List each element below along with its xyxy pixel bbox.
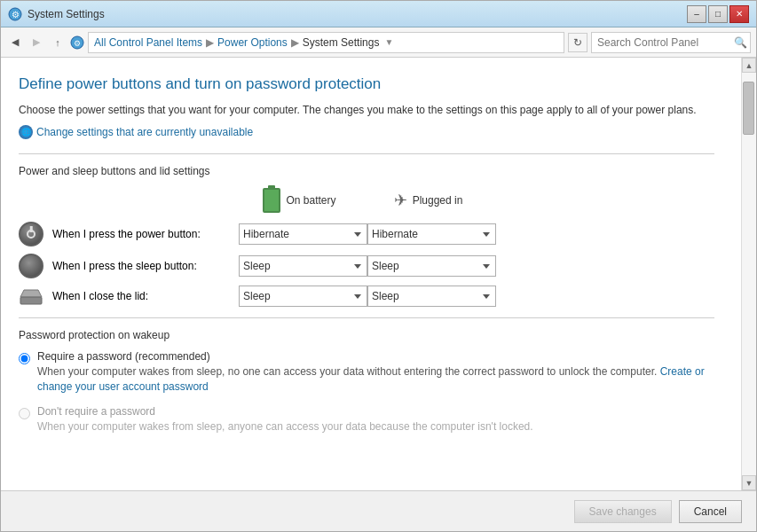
close-button[interactable]: ✕ bbox=[729, 5, 749, 23]
title-bar: ⚙ System Settings – □ ✕ bbox=[1, 1, 756, 27]
require-password-radio[interactable] bbox=[19, 353, 30, 364]
power-button-label: When I press the power button: bbox=[52, 228, 201, 240]
no-require-password-desc: When your computer wakes from sleep, any… bbox=[37, 419, 533, 434]
lid-plugged-select[interactable]: Do nothing Sleep Hibernate Shut down Tur… bbox=[367, 286, 496, 307]
scroll-thumb[interactable] bbox=[743, 82, 754, 135]
svg-text:⚙: ⚙ bbox=[74, 39, 81, 48]
lid-row: When I close the lid: Do nothing Sleep H… bbox=[19, 286, 714, 307]
sleep-button-row: When I press the sleep button: Do nothin… bbox=[19, 254, 714, 278]
breadcrumb: All Control Panel Items ▶ Power Options … bbox=[88, 32, 564, 53]
power-button-plugged-select[interactable]: Do nothing Sleep Hibernate Shut down Tur… bbox=[367, 223, 496, 245]
breadcrumb-dropdown-arrow[interactable]: ▼ bbox=[384, 37, 393, 47]
divider-2 bbox=[19, 317, 714, 318]
page-description: Choose the power settings that you want … bbox=[19, 102, 714, 118]
address-bar: ◀ ▶ ↑ ⚙ All Control Panel Items ▶ Power … bbox=[1, 27, 756, 58]
refresh-button[interactable]: ↻ bbox=[568, 33, 587, 52]
password-section-title: Password protection on wakeup bbox=[19, 329, 714, 341]
require-password-label: Require a password (recommended) bbox=[37, 350, 714, 363]
forward-button[interactable]: ▶ bbox=[28, 34, 45, 51]
window-title: System Settings bbox=[28, 8, 105, 20]
sleep-button-plugged-select[interactable]: Do nothing Sleep Hibernate Shut down Tur… bbox=[367, 255, 496, 277]
svg-rect-4 bbox=[20, 297, 42, 304]
sleep-button-battery-select[interactable]: Do nothing Sleep Hibernate Shut down Tur… bbox=[239, 255, 367, 277]
require-password-desc: When your computer wakes from sleep, no … bbox=[37, 364, 714, 395]
no-require-password-label: Don't require a password bbox=[37, 405, 533, 418]
power-button-row: When I press the power button: Do nothin… bbox=[19, 222, 714, 246]
sleep-button-label: When I press the sleep button: bbox=[52, 260, 197, 272]
no-require-password-radio[interactable] bbox=[19, 408, 30, 419]
content-area: Define power buttons and turn on passwor… bbox=[1, 58, 741, 490]
divider-1 bbox=[19, 153, 714, 154]
scrollbar: ▲ ▼ bbox=[741, 58, 756, 490]
scroll-track bbox=[742, 73, 756, 475]
main-layout: Define power buttons and turn on passwor… bbox=[1, 58, 756, 490]
power-sleep-section-label: Power and sleep buttons and lid settings bbox=[19, 165, 714, 177]
breadcrumb-power-options[interactable]: Power Options bbox=[217, 36, 288, 49]
globe-icon: 🌐 bbox=[19, 125, 33, 139]
column-headers: On battery ✈ Plugged in bbox=[19, 188, 714, 213]
search-input[interactable] bbox=[591, 32, 751, 53]
battery-icon bbox=[263, 188, 280, 213]
cancel-button[interactable]: Cancel bbox=[679, 500, 742, 523]
change-settings-link[interactable]: 🌐 Change settings that are currently una… bbox=[19, 125, 714, 139]
minimize-button[interactable]: – bbox=[687, 5, 706, 23]
power-button-battery-select[interactable]: Do nothing Sleep Hibernate Shut down Tur… bbox=[239, 223, 367, 245]
back-button[interactable]: ◀ bbox=[6, 34, 24, 51]
maximize-button[interactable]: □ bbox=[708, 5, 728, 23]
svg-marker-5 bbox=[20, 290, 42, 297]
breadcrumb-all-items[interactable]: All Control Panel Items bbox=[94, 36, 202, 49]
breadcrumb-current: System Settings bbox=[303, 36, 380, 49]
window-icon: ⚙ bbox=[8, 7, 22, 21]
lid-icon bbox=[19, 286, 43, 306]
power-button-icon bbox=[19, 222, 43, 246]
page-title: Define power buttons and turn on passwor… bbox=[19, 75, 714, 93]
scroll-down-button[interactable]: ▼ bbox=[742, 475, 756, 490]
save-changes-button[interactable]: Save changes bbox=[574, 500, 672, 523]
window: ⚙ System Settings – □ ✕ ◀ ▶ ↑ ⚙ All Cont… bbox=[0, 0, 757, 532]
scroll-up-button[interactable]: ▲ bbox=[742, 58, 756, 73]
lid-label: When I close the lid: bbox=[52, 290, 148, 302]
plugged-icon: ✈ bbox=[394, 191, 407, 210]
plugged-in-header: ✈ Plugged in bbox=[360, 188, 489, 213]
window-controls: – □ ✕ bbox=[687, 5, 749, 23]
footer: Save changes Cancel bbox=[1, 490, 756, 531]
search-wrapper: 🔍 bbox=[591, 32, 751, 53]
no-require-password-option: Don't require a password When your compu… bbox=[19, 405, 714, 434]
up-button[interactable]: ↑ bbox=[49, 34, 67, 51]
require-password-option: Require a password (recommended) When yo… bbox=[19, 350, 714, 395]
search-button[interactable]: 🔍 bbox=[734, 36, 747, 49]
password-section: Password protection on wakeup Require a … bbox=[19, 329, 714, 434]
create-password-link[interactable]: Create or change your user account passw… bbox=[37, 365, 705, 393]
sleep-button-icon bbox=[19, 254, 43, 278]
svg-text:⚙: ⚙ bbox=[12, 10, 20, 20]
on-battery-header: On battery bbox=[232, 188, 360, 213]
title-bar-left: ⚙ System Settings bbox=[8, 7, 105, 21]
lid-battery-select[interactable]: Do nothing Sleep Hibernate Shut down Tur… bbox=[239, 286, 367, 307]
